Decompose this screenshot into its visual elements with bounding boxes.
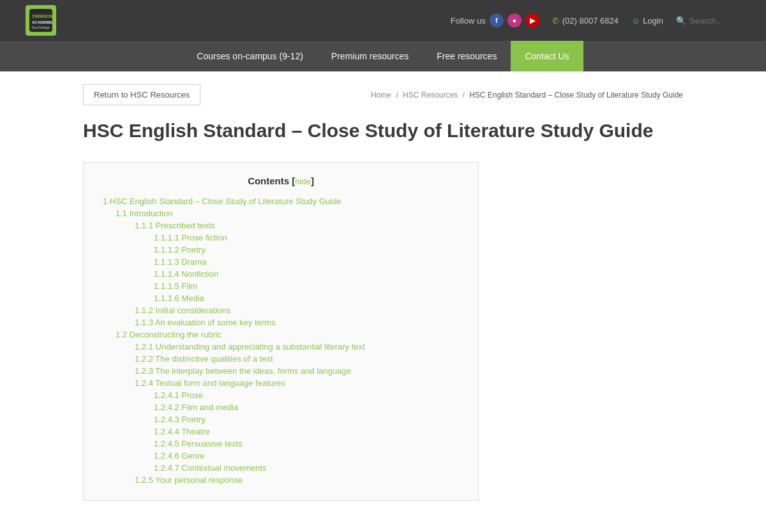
facebook-icon[interactable]: f	[490, 13, 504, 27]
top-bar: CRIMSON ACADEMIES DuxCollege Follow us f…	[0, 0, 766, 41]
toc-item: 1.1 Introduction	[103, 209, 459, 218]
hide-link[interactable]: hide	[295, 177, 311, 186]
nav-free[interactable]: Free resources	[423, 41, 511, 71]
toc-item: 1.1.1.5 Film	[103, 281, 459, 291]
login-button[interactable]: ☺ Login	[631, 16, 663, 26]
search-input[interactable]	[689, 16, 740, 26]
toc-link[interactable]: 1.2.4.5 Persuasive texts	[154, 439, 243, 448]
toc-link[interactable]: 1.1.1.2 Poetry	[154, 245, 206, 255]
toc-item: 1.2.1 Understanding and appreciating a s…	[103, 342, 459, 351]
toc-item: 1.2.4.2 Film and media	[103, 403, 459, 412]
toc-item: 1.2.4 Textual form and language features	[103, 378, 459, 388]
breadcrumb-hsc[interactable]: HSC Resources	[403, 91, 458, 100]
toc-item: 1.2.3 The interplay between the ideas, f…	[103, 366, 459, 376]
toc-link[interactable]: 1.2.4.4 Theatre	[154, 427, 210, 436]
toc-list: 1 HSC English Standard – Close Study of …	[103, 196, 459, 485]
toc-link[interactable]: 1.2.4 Textual form and language features	[135, 378, 285, 388]
phone-icon: ✆	[552, 16, 559, 26]
toc-item: 1.2.5 Your personal response	[103, 475, 459, 485]
instagram-icon[interactable]: ●	[507, 13, 522, 27]
svg-text:ACADEMIES: ACADEMIES	[32, 20, 52, 24]
contents-header: Contents [hide]	[103, 175, 459, 186]
toc-link[interactable]: 1.2.2 The distinctive qualities of a tex…	[135, 354, 273, 364]
phone-number: (02) 8007 6824	[562, 16, 619, 26]
nav-premium[interactable]: Premium resources	[317, 41, 423, 71]
search-area[interactable]: 🔍	[676, 16, 740, 26]
youtube-icon[interactable]: ▶	[525, 13, 539, 27]
nav-contact[interactable]: Contact Us	[511, 41, 583, 71]
nav-bar: Courses on-campus (9-12) Premium resourc…	[0, 41, 766, 71]
top-right-area: Follow us f ● ▶ ✆ (02) 8007 6824 ☺ Login…	[451, 13, 740, 27]
breadcrumb-home[interactable]: Home	[371, 91, 391, 100]
toc-link[interactable]: 1.1.2 Initial considerations	[135, 306, 230, 315]
toc-item: 1.2.4.3 Poetry	[103, 415, 459, 424]
toc-item: 1.2 Deconstructing the rubric	[103, 330, 459, 339]
toc-item: 1.1.1.4 Nonfiction	[103, 269, 459, 279]
toc-item: 1.2.4.6 Genre	[103, 451, 459, 461]
svg-text:DuxCollege: DuxCollege	[32, 26, 50, 29]
page-title: HSC English Standard – Close Study of Li…	[83, 118, 683, 143]
toc-item: 1.1.1.1 Prose fiction	[103, 233, 459, 242]
logo-area: CRIMSON ACADEMIES DuxCollege	[26, 5, 56, 36]
toc-item: 1.2.4.7 Contextual movements	[103, 463, 459, 473]
breadcrumb: Home / HSC Resources / HSC English Stand…	[371, 91, 683, 100]
toc-item: 1.2.2 The distinctive qualities of a tex…	[103, 354, 459, 364]
toc-link[interactable]: 1.2.1 Understanding and appreciating a s…	[135, 342, 365, 351]
toc-link[interactable]: 1.2.4.1 Prose	[154, 390, 203, 400]
toc-item: 1.2.4.1 Prose	[103, 390, 459, 400]
toc-link[interactable]: 1.1.1.1 Prose fiction	[154, 233, 227, 242]
toc-link[interactable]: 1.1.1.6 Media	[154, 293, 204, 303]
toc-link[interactable]: 1 HSC English Standard – Close Study of …	[103, 196, 342, 206]
breadcrumb-sep-1: /	[396, 91, 398, 100]
person-icon: ☺	[631, 16, 640, 26]
follow-us-area: Follow us f ● ▶	[451, 13, 539, 27]
phone-area: ✆ (02) 8007 6824	[552, 16, 619, 26]
toc-item: 1.1.1 Prescribed texts	[103, 221, 459, 230]
breadcrumb-sep-2: /	[462, 91, 464, 100]
toc-item: 1.1.3 An evaluation of some key terms	[103, 318, 459, 327]
top-actions-row: Return to HSC Resources Home / HSC Resou…	[83, 84, 683, 105]
back-button[interactable]: Return to HSC Resources	[83, 84, 200, 105]
toc-item: 1.2.4.5 Persuasive texts	[103, 439, 459, 448]
toc-link[interactable]: 1.2.4.6 Genre	[154, 451, 205, 461]
toc-item: 1.1.2 Initial considerations	[103, 306, 459, 315]
nav-courses[interactable]: Courses on-campus (9-12)	[183, 41, 317, 71]
login-label: Login	[643, 16, 663, 26]
toc-link[interactable]: 1.2.4.7 Contextual movements	[154, 463, 266, 473]
toc-item: 1.2.4.4 Theatre	[103, 427, 459, 436]
toc-item: 1.1.1.6 Media	[103, 293, 459, 303]
toc-link[interactable]: 1.1.1.4 Nonfiction	[154, 269, 218, 279]
toc-link[interactable]: 1.2 Deconstructing the rubric	[116, 330, 222, 339]
toc-link[interactable]: 1.1.1 Prescribed texts	[135, 221, 215, 230]
contents-label: Contents	[248, 175, 289, 186]
toc-item: 1 HSC English Standard – Close Study of …	[103, 196, 459, 206]
logo-icon: CRIMSON ACADEMIES DuxCollege	[26, 5, 56, 36]
toc-link[interactable]: 1.2.4.3 Poetry	[154, 415, 206, 424]
search-icon: 🔍	[676, 16, 686, 26]
toc-link[interactable]: 1.2.3 The interplay between the ideas, f…	[135, 366, 351, 376]
breadcrumb-current: HSC English Standard – Close Study of Li…	[469, 91, 683, 100]
follow-label: Follow us	[451, 16, 486, 26]
toc-link[interactable]: 1.2.5 Your personal response	[135, 475, 243, 485]
content-area: Return to HSC Resources Home / HSC Resou…	[70, 71, 696, 532]
toc-link[interactable]: 1.1.3 An evaluation of some key terms	[135, 318, 275, 327]
toc-item: 1.1.1.2 Poetry	[103, 245, 459, 255]
toc-link[interactable]: 1.2.4.2 Film and media	[154, 403, 238, 412]
svg-text:CRIMSON: CRIMSON	[32, 14, 52, 18]
toc-link[interactable]: 1.1 Introduction	[116, 209, 173, 218]
toc-link[interactable]: 1.1.1.5 Film	[154, 281, 197, 291]
contents-box: Contents [hide] 1 HSC English Standard –…	[83, 162, 479, 501]
toc-link[interactable]: 1.1.1.3 Drama	[154, 257, 206, 267]
toc-item: 1.1.1.3 Drama	[103, 257, 459, 267]
